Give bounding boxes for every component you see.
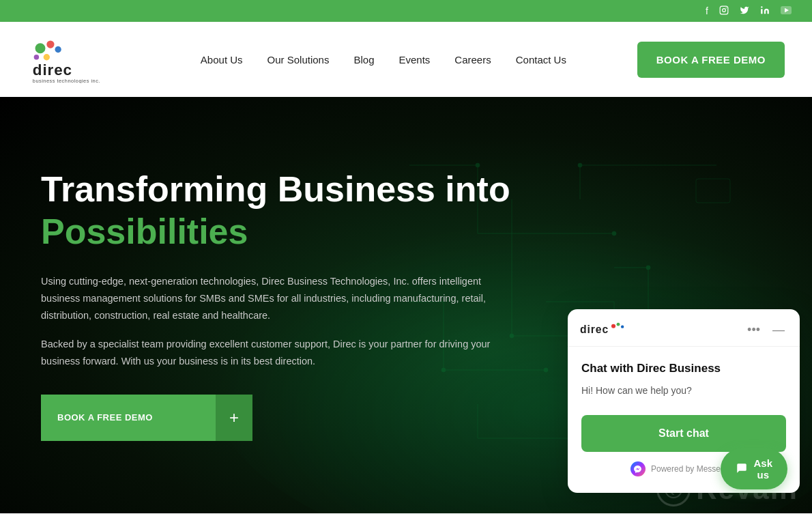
chat-minimize-button[interactable]: — [770,322,787,339]
svg-rect-22 [696,179,730,203]
hero-description-2: Backed by a specialist team providing ex… [41,336,519,369]
nav-careers[interactable]: Careers [454,54,491,66]
header-book-demo-button[interactable]: BOOK A FREE DEMO [637,42,785,78]
svg-point-26 [617,323,620,326]
ask-us-chat-icon [736,462,748,476]
nav-our-solutions[interactable]: Our Solutions [267,54,330,66]
hero-section: Transforming Business into Possibilities… [0,97,812,513]
facebook-icon[interactable]: f [706,5,708,16]
main-nav: About Us Our Solutions Blog Events Caree… [201,54,566,66]
chat-start-button[interactable]: Start chat [581,415,786,452]
svg-point-20 [578,163,582,167]
chat-logo: direc [580,320,628,339]
hero-cta-group: BOOK A FREE DEMO + [41,395,252,441]
svg-point-3 [761,6,762,8]
hero-cta-plus-button[interactable]: + [216,395,252,441]
chat-more-button[interactable]: ••• [744,322,763,339]
instagram-icon[interactable] [719,5,729,17]
ask-us-button[interactable]: Ask us [721,448,787,489]
twitter-icon[interactable] [740,5,749,17]
youtube-icon[interactable] [781,5,792,16]
svg-point-8 [55,46,61,53]
svg-point-9 [44,54,50,60]
header: direc business technologies inc. About U… [0,22,812,97]
ask-us-label: Ask us [753,457,772,481]
svg-point-27 [621,325,624,328]
hero-title-line1: Transforming Business into [41,169,519,210]
svg-point-10 [34,55,39,59]
svg-point-16 [612,231,616,235]
nav-about-us[interactable]: About Us [201,54,243,66]
logo[interactable]: direc business technologies inc. [27,35,130,83]
svg-text:business technologies inc.: business technologies inc. [33,78,100,83]
hero-book-demo-button[interactable]: BOOK A FREE DEMO [41,395,216,441]
top-bar: f [0,0,812,22]
svg-point-18 [646,266,650,270]
chat-title: Chat with Direc Business [581,362,786,375]
chat-widget-header: direc ••• — [568,309,800,347]
svg-text:direc: direc [580,324,609,335]
svg-point-2 [726,8,727,8]
svg-point-7 [46,40,54,48]
hero-description-1: Using cutting-edge, next-generation tech… [41,273,519,324]
hero-content: Transforming Business into Possibilities… [0,128,560,481]
nav-blog[interactable]: Blog [353,54,374,66]
svg-text:direc: direc [33,61,72,78]
chat-subtitle: Hi! How can we help you? [581,385,786,396]
svg-point-6 [35,43,46,53]
svg-point-25 [611,324,615,328]
messenger-icon [630,461,646,476]
chat-header-icons: ••• — [744,322,787,339]
hero-title-line2: Possibilities [41,210,519,253]
nav-events[interactable]: Events [398,54,430,66]
nav-contact-us[interactable]: Contact Us [516,54,566,66]
linkedin-icon[interactable] [760,5,770,17]
svg-rect-0 [720,6,728,14]
svg-point-1 [723,8,726,12]
